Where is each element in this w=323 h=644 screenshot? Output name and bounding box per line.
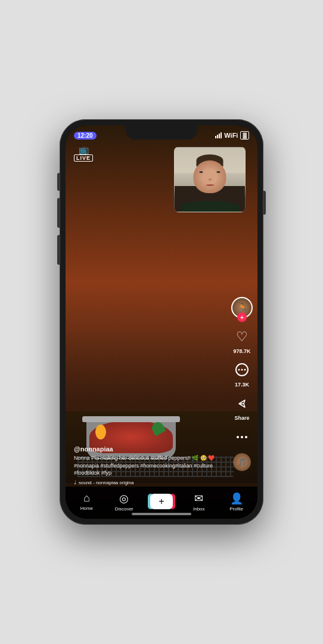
music-disc[interactable]: 🎵 bbox=[233, 453, 251, 471]
pip-camera-view bbox=[174, 147, 246, 212]
creator-username[interactable]: @nonnapiaa bbox=[74, 445, 226, 453]
nav-create[interactable]: + bbox=[143, 494, 181, 509]
status-time: 12:20 bbox=[74, 132, 97, 140]
creator-avatar[interactable]: 🏃 + bbox=[231, 297, 253, 318]
status-icons: WiFi ▓ bbox=[215, 131, 249, 140]
create-plus-icon: + bbox=[150, 494, 173, 509]
svg-point-1 bbox=[238, 369, 240, 371]
volume-up-button bbox=[57, 198, 60, 228]
inbox-icon: ✉ bbox=[194, 492, 203, 505]
video-caption: Nonna Pia making her delicious stuffed p… bbox=[74, 454, 226, 477]
mute-button bbox=[57, 173, 60, 191]
volume-down-button bbox=[57, 235, 60, 265]
more-action[interactable] bbox=[232, 427, 252, 447]
phone-frame: 12:20 WiFi ▓ bbox=[60, 119, 263, 525]
live-label: LIVE bbox=[74, 154, 93, 162]
svg-point-2 bbox=[241, 369, 243, 371]
nav-profile[interactable]: 👤 Profile bbox=[218, 492, 255, 512]
video-overlay-text: @nonnapiaa Nonna Pia making her deliciou… bbox=[74, 445, 226, 485]
notch bbox=[126, 125, 197, 140]
discover-label: Discover bbox=[115, 506, 133, 512]
home-label: Home bbox=[80, 506, 93, 511]
home-icon: ⌂ bbox=[83, 492, 90, 504]
share-label: Share bbox=[234, 415, 249, 421]
more-icon bbox=[232, 427, 252, 447]
like-action[interactable]: ♡ 978.7K bbox=[232, 327, 252, 354]
nav-home[interactable]: ⌂ Home bbox=[68, 492, 105, 511]
phone-screen: 12:20 WiFi ▓ bbox=[66, 125, 257, 519]
sound-name: sound - nonnapiaa origina bbox=[79, 480, 134, 485]
nav-inbox[interactable]: ✉ Inbox bbox=[180, 492, 218, 512]
live-badge: 📺 LIVE bbox=[74, 145, 93, 162]
profile-label: Profile bbox=[229, 506, 243, 512]
follow-button[interactable]: + bbox=[237, 312, 247, 322]
comment-action[interactable]: 17.3K bbox=[232, 360, 252, 388]
tv-icon: 📺 bbox=[79, 145, 89, 154]
home-indicator bbox=[132, 513, 191, 515]
heart-icon: ♡ bbox=[232, 327, 252, 347]
wifi-icon: WiFi bbox=[224, 132, 238, 139]
create-button-wrap: + bbox=[150, 494, 173, 509]
music-note-icon: ♩ bbox=[74, 479, 76, 485]
discover-icon: ◎ bbox=[119, 492, 129, 505]
sound-row[interactable]: ♩ sound - nonnapiaa origina bbox=[74, 479, 226, 485]
svg-point-3 bbox=[244, 369, 246, 371]
like-count: 978.7K bbox=[233, 348, 250, 354]
battery-icon: ▓ bbox=[240, 131, 249, 140]
nav-discover[interactable]: ◎ Discover bbox=[105, 492, 143, 512]
power-button bbox=[263, 191, 266, 215]
action-bar: 🏃 + ♡ 978.7K 17.3K bbox=[231, 297, 253, 471]
comment-icon bbox=[232, 360, 252, 380]
share-action[interactable]: Share bbox=[232, 394, 252, 421]
share-icon bbox=[232, 394, 252, 414]
inbox-label: Inbox bbox=[193, 506, 205, 512]
signal-icon bbox=[215, 132, 222, 138]
comment-count: 17.3K bbox=[235, 382, 249, 388]
profile-icon: 👤 bbox=[230, 492, 243, 505]
